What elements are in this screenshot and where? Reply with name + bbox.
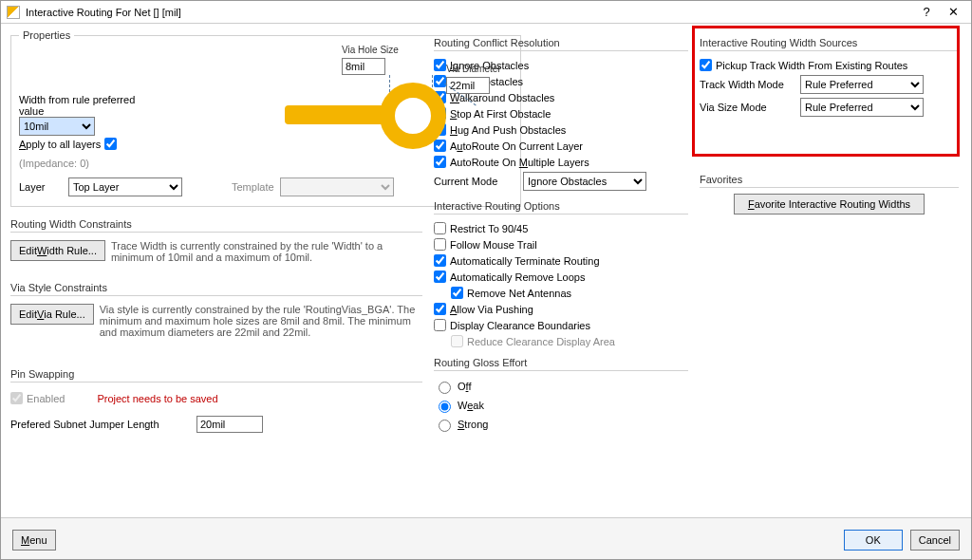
apply-all-layers-checkbox[interactable]: [104, 138, 117, 150]
gloss-strong-row[interactable]: Strong: [434, 415, 688, 434]
pin-swap-enabled-row: Enabled: [10, 390, 65, 406]
pickup-track-width-row[interactable]: Pickup Track Width From Existing Routes: [700, 57, 959, 73]
via-hole-size-input[interactable]: [342, 58, 385, 75]
width-from-rule-select[interactable]: 10mil: [19, 117, 95, 136]
via-hole-size-label: Via Hole Size: [342, 45, 399, 55]
remove-antennas-row[interactable]: Remove Net Antennas: [451, 285, 688, 301]
display-clearance-checkbox[interactable]: [434, 319, 446, 331]
current-mode-label: Current Mode: [434, 176, 517, 187]
pin-swap-enabled-label: Enabled: [27, 393, 65, 404]
track-width-mode-select[interactable]: Rule Preferred: [800, 75, 924, 94]
width-constraints-header: Routing Width Constraints: [10, 215, 422, 233]
app-icon: [7, 6, 20, 19]
template-select: [280, 177, 394, 196]
gloss-header: Routing Gloss Effort: [434, 353, 688, 371]
layer-select[interactable]: Top Layer: [68, 177, 182, 196]
pin-swapping-header: Pin Swapping: [10, 364, 422, 383]
edit-via-rule-button[interactable]: Edit Via Rule...: [10, 304, 94, 325]
window-title: Interactive Routing For Net [] [mil]: [26, 7, 912, 18]
favorites-header: Favorites: [700, 170, 959, 188]
display-clearance-row[interactable]: Display Clearance Boundaries: [434, 317, 688, 333]
favorite-widths-button[interactable]: Favorite Interactive Routing Widths: [734, 194, 925, 215]
allow-via-pushing-checkbox[interactable]: [434, 303, 446, 315]
reduce-clearance-row: Reduce Clearance Display Area: [451, 333, 688, 349]
pin-swap-warning: Project needs to be saved: [97, 393, 217, 404]
template-label: Template: [232, 181, 274, 193]
reduce-clearance-checkbox: [451, 335, 463, 347]
gloss-off-row[interactable]: Off: [434, 377, 688, 396]
width-from-rule-label: Width from rule preferred value: [19, 94, 152, 117]
jumper-length-label: Prefered Subnet Jumper Length: [10, 419, 191, 430]
ok-button[interactable]: OK: [844, 530, 903, 551]
gloss-weak-row[interactable]: Weak: [434, 396, 688, 415]
track-width-mode-label: Track Width Mode: [700, 79, 794, 90]
width-sources-header: Interactive Routing Width Sources: [700, 33, 959, 51]
gloss-strong-radio[interactable]: [439, 420, 451, 432]
auto-remove-loops-row[interactable]: Automatically Remove Loops: [434, 269, 688, 285]
properties-legend: Properties: [19, 29, 74, 41]
via-constraints-header: Via Style Constraints: [10, 278, 422, 296]
via-diameter-label: Via Diameter: [446, 64, 501, 74]
via-size-mode-select[interactable]: Rule Preferred: [800, 98, 924, 117]
apply-all-layers-label: Apply to all layers: [19, 139, 101, 150]
impedance-label: (Impedance: 0): [19, 158, 152, 169]
jumper-length-input[interactable]: [196, 416, 263, 433]
current-mode-select[interactable]: Ignore Obstacles: [523, 172, 646, 191]
pin-swap-enabled-checkbox: [10, 392, 23, 404]
width-constraints-text: Trace Width is currently constrained by …: [111, 240, 422, 263]
restrict-9045-row[interactable]: Restrict To 90/45: [434, 220, 688, 236]
restrict-9045-checkbox[interactable]: [434, 222, 446, 234]
footer: Menu OK Cancel: [1, 517, 971, 560]
follow-mouse-checkbox[interactable]: [434, 238, 446, 251]
follow-mouse-row[interactable]: Follow Mouse Trail: [434, 236, 688, 252]
via-diameter-input[interactable]: [446, 77, 490, 94]
via-size-mode-label: Via Size Mode: [700, 102, 794, 113]
auto-terminate-checkbox[interactable]: [434, 254, 446, 267]
options-header: Interactive Routing Options: [434, 196, 688, 215]
close-button[interactable]: ✕: [941, 3, 965, 22]
pickup-track-width-checkbox[interactable]: [700, 59, 712, 71]
help-button[interactable]: ?: [914, 3, 939, 22]
menu-button[interactable]: Menu: [12, 530, 56, 551]
auto-remove-loops-checkbox[interactable]: [434, 271, 446, 283]
gloss-off-radio[interactable]: [439, 382, 451, 394]
edit-width-rule-button[interactable]: Edit Width Rule...: [10, 240, 105, 261]
layer-label: Layer: [19, 181, 63, 193]
via-diagram: Via Hole Size Via Diameter: [285, 47, 513, 170]
titlebar: Interactive Routing For Net [] [mil] ? ✕: [1, 1, 971, 24]
cancel-button[interactable]: Cancel: [910, 530, 960, 551]
apply-all-layers-row[interactable]: Apply to all layers: [19, 136, 152, 152]
via-constraints-text: Via style is currently constrained by th…: [100, 304, 422, 338]
auto-terminate-row[interactable]: Automatically Terminate Routing: [434, 252, 688, 269]
remove-antennas-checkbox[interactable]: [451, 287, 463, 299]
gloss-weak-radio[interactable]: [439, 401, 451, 413]
allow-via-pushing-row[interactable]: Allow Via Pushing: [434, 301, 688, 317]
